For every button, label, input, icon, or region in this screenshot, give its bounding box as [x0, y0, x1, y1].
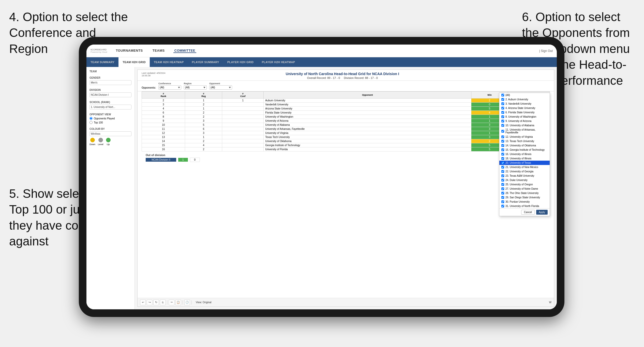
- radio-top100-label: Top 100: [94, 121, 103, 124]
- tablet-device: 5COREBOARD Powered by Cloud TOURNAMENTS …: [79, 37, 564, 317]
- dropdown-item[interactable]: 3. Vanderbilt University: [499, 102, 550, 106]
- dropdown-item[interactable]: 18. University of Illinois: [499, 156, 550, 161]
- dropdown-checkbox[interactable]: [501, 124, 504, 127]
- subnav-player-summary[interactable]: PLAYER SUMMARY: [188, 57, 223, 67]
- dropdown-apply[interactable]: Apply: [536, 210, 548, 215]
- dropdown-item[interactable]: 13. Texas Tech University: [499, 139, 550, 143]
- dropdown-checkbox[interactable]: [501, 115, 504, 118]
- dropdown-item[interactable]: 2. Auburn University: [499, 97, 550, 102]
- dropdown-checkbox[interactable]: [501, 120, 504, 122]
- toolbar-refresh[interactable]: ↻: [153, 300, 159, 305]
- subnav-player-h2h-heatmap[interactable]: PLAYER H2H HEATMAP: [258, 57, 299, 67]
- dropdown-cancel[interactable]: Cancel: [521, 210, 535, 215]
- dropdown-checkbox[interactable]: [501, 148, 504, 151]
- subnav-team-h2h-grid[interactable]: TEAM H2H GRID: [118, 57, 150, 67]
- dropdown-checkbox[interactable]: [501, 153, 504, 156]
- toolbar-sep3: [191, 300, 192, 304]
- cell-conf: [222, 135, 264, 139]
- dropdown-checkbox[interactable]: [501, 144, 504, 147]
- dropdown-item[interactable]: 25. University of Oregon: [499, 182, 550, 187]
- dropdown-item[interactable]: 16. University of Illinois: [499, 152, 550, 156]
- dropdown-checkbox[interactable]: [501, 107, 504, 109]
- dropdown-item[interactable]: 22. University of Georgia: [499, 169, 550, 174]
- subnav-team-h2h-heatmap[interactable]: TEAM H2H HEATMAP: [150, 57, 188, 67]
- region-select[interactable]: (All): [184, 85, 207, 90]
- nav-teams[interactable]: TEAMS: [152, 49, 166, 53]
- dropdown-item[interactable]: 15. Georgia Institute of Technology: [499, 148, 550, 152]
- radio-top100-input[interactable]: [89, 121, 93, 124]
- cell-reg: 1: [185, 99, 222, 103]
- dropdown-item[interactable]: 6. Florida State University: [499, 110, 550, 115]
- dropdown-checkbox[interactable]: [501, 130, 504, 133]
- dropdown-checkbox[interactable]: [501, 196, 504, 199]
- dropdown-item[interactable]: 4. Arizona State University: [499, 106, 550, 110]
- dropdown-item[interactable]: 28. The Ohio State University: [499, 191, 550, 195]
- opponent-select[interactable]: (All): [209, 85, 232, 90]
- cell-opponent: Georgia Institute of Technology: [264, 143, 471, 147]
- dropdown-checkbox[interactable]: [501, 187, 504, 190]
- dropdown-item[interactable]: 23. Texas A&M University: [499, 174, 550, 178]
- sidebar: Team Gender Men's Division NCAA Division…: [86, 67, 135, 309]
- division-loss: 0: [190, 158, 200, 162]
- toolbar-copy[interactable]: ⎘: [160, 300, 166, 305]
- dropdown-item[interactable]: 27. University of Notre Dame: [499, 187, 550, 191]
- subnav-team-summary[interactable]: TEAM SUMMARY: [86, 57, 118, 67]
- toolbar-paste[interactable]: 📋: [175, 300, 181, 305]
- dropdown-item[interactable]: 30. Purdue University: [499, 200, 550, 204]
- conference-select[interactable]: (All): [158, 85, 181, 90]
- dropdown-checkbox[interactable]: [501, 183, 504, 186]
- dropdown-item-label: 22. University of Georgia: [505, 170, 533, 173]
- dropdown-item[interactable]: 9. University of Arizona: [499, 119, 550, 123]
- dropdown-checkbox[interactable]: [501, 179, 504, 182]
- dropdown-checkbox[interactable]: [501, 170, 504, 173]
- dropdown-checkbox[interactable]: [501, 102, 504, 105]
- school-select[interactable]: 1. University of Nort...: [89, 105, 131, 109]
- dropdown-checkbox[interactable]: [501, 192, 504, 195]
- toolbar-sep1: [167, 300, 167, 304]
- dropdown-checkbox[interactable]: [501, 174, 504, 177]
- dropdown-checkbox[interactable]: [501, 166, 504, 169]
- dropdown-item[interactable]: 14. University of Oklahoma: [499, 143, 550, 148]
- division-select[interactable]: NCAA Division I: [89, 92, 131, 97]
- dropdown-item-label: 2. Auburn University: [505, 98, 528, 101]
- dropdown-item[interactable]: 8. University of Washington: [499, 115, 550, 119]
- toolbar-redo[interactable]: ↪: [147, 300, 152, 305]
- dropdown-item[interactable]: 12. University of Virginia: [499, 135, 550, 139]
- toolbar-clock[interactable]: 🕐: [184, 300, 190, 305]
- dropdown-item-label: 24. Duke University: [505, 179, 528, 182]
- cell-rank: 3: [142, 103, 185, 107]
- dropdown-checkbox[interactable]: [501, 94, 504, 96]
- dropdown-item[interactable]: 24. Duke University: [499, 178, 550, 182]
- col-reg: #Reg: [185, 92, 222, 99]
- dropdown-checkbox[interactable]: [501, 98, 504, 101]
- dropdown-checkbox[interactable]: [501, 205, 504, 207]
- nav-tournaments[interactable]: TOURNAMENTS: [115, 49, 144, 53]
- dropdown-item-label: 30. Purdue University: [505, 200, 530, 203]
- dropdown-checkbox[interactable]: [501, 161, 504, 164]
- toolbar-cut[interactable]: ✂: [169, 300, 174, 305]
- gender-select[interactable]: Men's: [89, 80, 131, 85]
- radio-opponents-played-input[interactable]: [89, 117, 93, 120]
- dropdown-item[interactable]: 20. University of Texas: [499, 161, 550, 165]
- team-label: Team: [89, 70, 131, 73]
- toolbar-undo[interactable]: ↩: [140, 300, 146, 305]
- dropdown-checkbox[interactable]: [501, 140, 504, 143]
- dropdown-item[interactable]: 10. University of Alabama: [499, 123, 550, 128]
- cell-rank: 12: [142, 131, 185, 135]
- dropdown-item[interactable]: 11. University of Arkansas, Fayetteville: [499, 128, 550, 135]
- dropdown-item[interactable]: 31. University of North Florida: [499, 204, 550, 208]
- table-row: 11 6 University of Arkansas, Fayettevill…: [142, 127, 550, 131]
- dropdown-checkbox[interactable]: [501, 157, 504, 160]
- dropdown-checkbox[interactable]: [501, 200, 504, 203]
- sign-out[interactable]: | Sign Out: [539, 49, 553, 53]
- dropdown-item[interactable]: 29. San Diego State University: [499, 195, 550, 200]
- subnav-player-h2h-grid[interactable]: PLAYER H2H GRID: [223, 57, 258, 67]
- dropdown-checkbox[interactable]: [501, 135, 504, 138]
- dropdown-item[interactable]: (All): [499, 93, 550, 97]
- colour-select[interactable]: Win/loss: [89, 131, 131, 136]
- nav-committee[interactable]: COMMITTEE: [173, 49, 197, 53]
- report-area: Last Updated: 4/9/2024 16:55:38 Universi…: [137, 70, 554, 307]
- dropdown-item[interactable]: 21. University of New Mexico: [499, 165, 550, 169]
- dropdown-checkbox[interactable]: [501, 111, 504, 114]
- legend-level-label: Level: [98, 143, 103, 146]
